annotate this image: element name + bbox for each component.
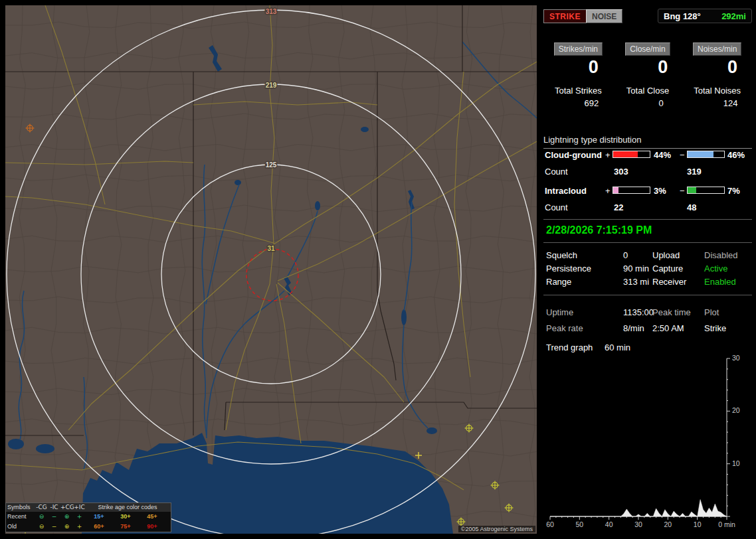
legend-col-neg-cg: -CG	[35, 503, 48, 512]
bearing-readout: Bng 128° 292mi	[658, 9, 752, 23]
uptime-label: Uptime	[546, 307, 573, 317]
minus-sign: −	[680, 150, 685, 160]
cg-positive-count: 303	[614, 167, 628, 177]
noises-per-min-value: 0	[682, 57, 752, 78]
neg-ic-icon: −	[48, 512, 60, 521]
plus-sign: +	[605, 186, 611, 196]
neg-cg-icon: ⊖	[35, 512, 48, 521]
status-row-range: Range 313 mi Receiver Enabled	[543, 277, 752, 288]
persistence-value: 90 min	[623, 264, 649, 273]
close-per-min-value: 0	[613, 57, 683, 78]
logan-martin-lake	[315, 201, 320, 210]
range-value: 313 mi	[623, 277, 649, 287]
peak-time-label: Peak time	[652, 307, 691, 317]
cg-positive-bar	[613, 151, 650, 158]
svg-text:10: 10	[694, 520, 702, 528]
squelch-value: 0	[623, 250, 628, 260]
ring-label-125: 125	[266, 161, 277, 169]
close-per-min-chip[interactable]: Close/min	[625, 42, 670, 56]
legend-row-label: Recent	[7, 512, 35, 521]
copyright-notice: ©2005 Astrogenic Systems	[458, 526, 535, 532]
range-label: Range	[546, 277, 571, 287]
trend-graph: 6050403020100 min302010	[543, 353, 752, 534]
ic-positive-count: 22	[614, 202, 623, 212]
uptime-value: 1135:00	[623, 307, 654, 317]
cg-negative-count: 319	[687, 167, 702, 177]
rate-chip-row: Strikes/min Close/min Noises/min	[543, 42, 752, 56]
smith-lake	[235, 180, 241, 185]
plot-label: Plot	[704, 307, 719, 317]
ring-label-313: 313	[266, 8, 277, 15]
minus-sign: −	[680, 186, 685, 196]
age-code: 90+	[139, 522, 165, 531]
status-row-squelch: Squelch 0 Upload Disabled	[543, 250, 752, 262]
ic-negative-bar	[687, 187, 725, 194]
cloud-ground-row: Cloud-ground + 44% − 46%	[543, 150, 752, 161]
divider	[543, 295, 752, 295]
legend-col-pos-cg: +CG	[60, 503, 73, 512]
bearing-range-value: 292mi	[721, 11, 746, 21]
strikes-per-min-chip[interactable]: Strikes/min	[554, 42, 603, 56]
cg-negative-fill	[688, 151, 713, 157]
lake-seminole	[426, 427, 437, 434]
bearing-value: Bng 128°	[664, 11, 701, 21]
noise-button[interactable]: NOISE	[586, 9, 622, 23]
cg-negative-bar	[687, 151, 725, 158]
intracloud-row: Intracloud + 3% − 7%	[543, 186, 752, 197]
legend-symbols-header: Symbols	[7, 503, 35, 512]
legend-col-pos-ic: +IC	[73, 503, 86, 512]
svg-text:40: 40	[605, 520, 613, 528]
lake-eufaula	[401, 309, 407, 325]
strike-button[interactable]: STRIKE	[543, 9, 587, 23]
cg-positive-fill	[613, 151, 638, 157]
trend-graph-label-row: Trend graph 60 min	[543, 343, 752, 354]
svg-text:20: 20	[664, 520, 672, 528]
lightning-map: 313 219 125 31 Symbols -CG -IC +CG +IC S…	[5, 5, 537, 534]
noises-per-min-chip[interactable]: Noises/min	[693, 42, 741, 56]
ring-label-31: 31	[267, 245, 275, 252]
legend-header: Symbols -CG -IC +CG +IC Strike age color…	[6, 503, 171, 512]
trend-graph-label: Trend graph	[546, 343, 593, 352]
count-label: Count	[545, 202, 568, 212]
distribution-header: Lightning type distribution	[543, 135, 752, 149]
info-row-1: Uptime 1135:00 Peak time Plot	[543, 307, 752, 319]
status-row-persistence: Persistence 90 min Capture Active	[543, 264, 752, 275]
peak-rate-label: Peak rate	[546, 323, 583, 333]
neg-ic-icon: −	[48, 522, 60, 531]
plot-value: Strike	[704, 323, 726, 333]
capture-label: Capture	[652, 264, 683, 273]
intracloud-label: Intracloud	[545, 186, 587, 196]
squelch-label: Squelch	[546, 250, 577, 260]
ic-negative-count: 48	[687, 202, 696, 212]
legend-row-old: Old ⊖ − ⊕ + 60+ 75+ 90+	[6, 522, 171, 532]
svg-text:30: 30	[634, 520, 642, 528]
total-strikes-value: 692	[557, 98, 626, 108]
ic-positive-fill	[613, 187, 618, 193]
divider	[543, 242, 752, 243]
legend-row-recent: Recent ⊖ − ⊕ + 15+ 30+ 45+	[6, 512, 171, 522]
svg-text:50: 50	[575, 520, 583, 528]
ring-label-219: 219	[266, 82, 277, 89]
info-row-2: Peak rate 8/min 2:50 AM Strike	[543, 323, 752, 335]
current-datetime: 2/28/2026 7:15:19 PM	[546, 224, 652, 236]
divider	[543, 219, 752, 220]
ic-negative-pct: 7%	[727, 186, 740, 196]
svg-text:60: 60	[546, 520, 554, 528]
weiss-lake	[361, 127, 369, 132]
plus-sign: +	[605, 150, 611, 160]
legend-row-label: Old	[7, 522, 35, 531]
peak-time-value: 2:50 AM	[652, 323, 684, 333]
total-strikes-label: Total Strikes	[543, 86, 613, 96]
pos-cg-icon: ⊕	[60, 512, 73, 521]
map-canvas: 313 219 125 31	[5, 5, 537, 534]
coastal-marsh	[36, 444, 54, 453]
persistence-label: Persistence	[546, 264, 591, 273]
svg-text:10: 10	[732, 459, 740, 467]
totals-values-row: 692 0 124	[543, 98, 752, 108]
strikes-per-min-value: 0	[543, 57, 613, 78]
receiver-label: Receiver	[652, 277, 686, 287]
upload-label: Upload	[652, 250, 680, 260]
total-noises-label: Total Noises	[682, 86, 752, 96]
cg-positive-pct: 44%	[654, 150, 671, 160]
pos-cg-icon: ⊕	[60, 522, 73, 531]
